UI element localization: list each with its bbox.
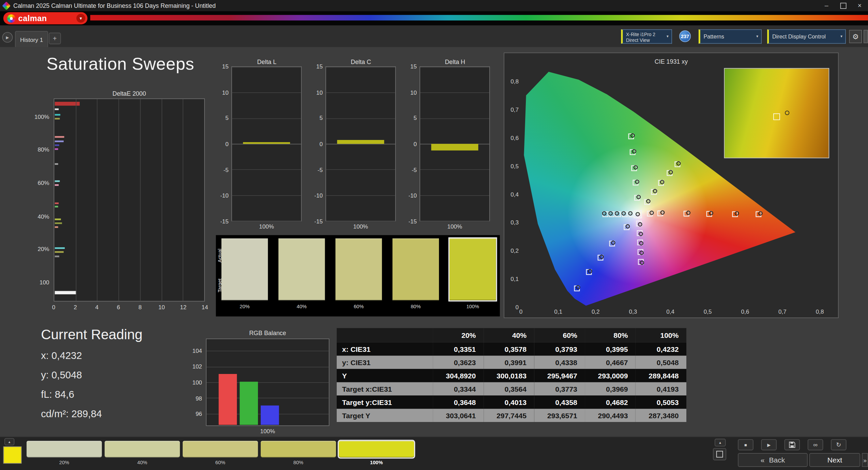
saturation-patch-20% (222, 238, 268, 300)
back-button[interactable]: « Back (738, 453, 808, 467)
y-axis: 151050-5-10-15 (311, 66, 324, 221)
chevron-down-icon: ▼ (666, 35, 669, 38)
table-cell: 0,3793 (534, 342, 585, 356)
table-row: Target y:CIE310,36480,40130,43580,46820,… (337, 395, 687, 409)
next-button[interactable]: Next (809, 453, 860, 467)
table-cell: 0,4338 (534, 356, 585, 369)
table-header: 100% (636, 328, 686, 342)
row-label: x: CIE31 (337, 342, 433, 356)
table-cell: 0,3351 (433, 342, 484, 356)
patch-label: 60% (335, 304, 382, 309)
table-cell: 0,3623 (433, 356, 484, 369)
table-cell: 287,3480 (636, 409, 686, 422)
meter-count-badge[interactable]: 237 (679, 30, 691, 42)
deltae-bar (55, 206, 58, 207)
close-button[interactable]: × (851, 0, 868, 11)
delta-bar (431, 144, 478, 151)
table-cell: 0,3991 (484, 356, 534, 369)
chart-title: Delta C (311, 59, 411, 65)
stop-button[interactable]: ■ (738, 439, 753, 450)
bottom-patch-40%[interactable] (105, 441, 180, 458)
cie-measured-marker (639, 241, 643, 245)
chevron-left-icon: « (761, 456, 765, 464)
chart-title: Delta L (217, 59, 317, 65)
calman-logo-menu[interactable]: calman ▼ (3, 12, 88, 25)
cie-zoom-inset (724, 68, 829, 158)
deltae-chart (54, 98, 205, 301)
panel-edge-button[interactable] (864, 30, 868, 43)
bottom-patch-label: 60% (183, 460, 258, 465)
cie-measured-marker (629, 212, 632, 215)
meter-dropdown[interactable]: X-Rite i1Pro 2 Direct View ▼ (621, 29, 672, 44)
saturation-patch-80% (393, 238, 439, 300)
chevron-right-icon: » (863, 457, 867, 463)
measured-marker (785, 110, 789, 115)
next-chevron-button[interactable]: » (862, 453, 868, 467)
display-control-dropdown[interactable]: Direct Display Control ▼ (767, 29, 846, 44)
bottom-patch-60%[interactable] (183, 441, 258, 458)
save-button[interactable] (785, 439, 800, 450)
minimize-button[interactable]: – (818, 0, 835, 11)
table-header (337, 328, 433, 342)
rgb-balance-title: RGB Balance (206, 330, 329, 336)
table-row: y: CIE310,36230,39910,43380,46670,5048 (337, 356, 687, 369)
add-tab-button[interactable]: + (49, 33, 61, 44)
bottom-patch-20%[interactable] (27, 441, 102, 458)
plot-area (420, 66, 490, 221)
cie-measured-marker (622, 212, 625, 215)
logo-text: calman (18, 14, 47, 23)
refresh-button[interactable]: ↻ (831, 439, 846, 450)
refresh-icon: ↻ (836, 441, 841, 448)
display-control-label: Direct Display Control (772, 33, 826, 40)
cie-measured-marker (634, 166, 637, 169)
patterns-dropdown[interactable]: Patterns ▼ (699, 29, 762, 44)
table-cell: 0,3648 (433, 395, 484, 409)
play-icon: ▶ (6, 35, 9, 40)
deltae-bar (55, 140, 64, 142)
calman-pinwheel-icon (7, 14, 15, 22)
table-cell: 289,8448 (636, 369, 686, 382)
cie-measured-marker (677, 162, 680, 165)
bottom-patch-100%[interactable] (339, 441, 414, 458)
fullscreen-pattern-button[interactable] (713, 448, 726, 460)
deltae-chart-title: DeltaE 2000 (54, 90, 205, 97)
bottom-patch-label: 80% (261, 460, 336, 465)
bottom-patch-80%[interactable] (261, 441, 336, 458)
expand-right-button[interactable]: ▲ (715, 439, 726, 446)
table-cell: 0,3564 (484, 382, 534, 395)
table-cell: 0,3773 (534, 382, 585, 395)
measurement-table: 20%40%60%80%100%x: CIE310,33510,35780,37… (337, 328, 687, 422)
gear-icon: ⚙ (852, 32, 859, 41)
x-axis-label: 100% (420, 223, 490, 230)
deltae-bar (55, 148, 58, 150)
table-cell: 297,7445 (484, 409, 534, 422)
y-axis: 151050-5-10-15 (405, 66, 418, 221)
table-cell: 0,3344 (433, 382, 484, 395)
window-title: Calman 2025 Calman Ultimate for Business… (13, 2, 216, 9)
reading-cdm2: cd/m²: 289,84 (41, 408, 142, 420)
saturation-patch-100% (450, 238, 496, 300)
cie-measured-marker (669, 170, 672, 174)
infinity-icon: ∞ (813, 441, 818, 448)
logo-dropdown-icon[interactable]: ▼ (76, 14, 85, 23)
bottom-patch-label: 20% (27, 460, 102, 465)
x-axis-label: 100% (325, 223, 396, 230)
continuous-measure-button[interactable]: ∞ (808, 439, 823, 450)
cie-measured-marker (640, 261, 644, 264)
cie-measured-marker (639, 232, 642, 236)
deltae-bar (55, 202, 59, 204)
settings-button[interactable]: ⚙ (849, 30, 862, 43)
deltae-x-axis: 02468101214 (54, 304, 205, 312)
play-button[interactable]: ▶ (761, 439, 776, 450)
meter-mode: Direct View (626, 37, 655, 43)
maximize-button[interactable] (835, 0, 851, 11)
cie-measured-marker (632, 150, 636, 153)
patch-label: 100% (450, 304, 496, 309)
cie-measured-marker (709, 211, 713, 215)
tab-history-1[interactable]: History 1 (15, 31, 48, 48)
table-cell: 304,8920 (433, 369, 484, 382)
history-nav-button[interactable]: ▶ (2, 32, 13, 43)
patterns-label: Patterns (703, 33, 724, 40)
saturation-patch-60% (335, 238, 382, 300)
meter-name: X-Rite i1Pro 2 (626, 32, 655, 37)
